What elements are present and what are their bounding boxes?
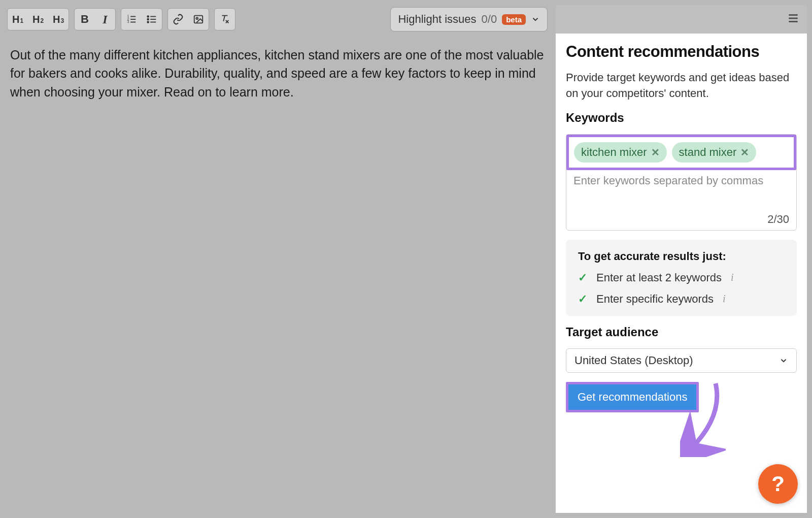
insert-group: [167, 8, 209, 30]
format-group: B I: [74, 8, 116, 30]
info-icon[interactable]: i: [723, 293, 726, 305]
ordered-list-button[interactable]: 1 2 3: [121, 9, 142, 30]
svg-text:3: 3: [127, 20, 129, 23]
heading-2-button[interactable]: H2: [28, 9, 48, 30]
heading-group: H1 H2 H3: [7, 8, 69, 30]
link-icon: [173, 14, 184, 25]
link-button[interactable]: [168, 9, 188, 30]
info-icon[interactable]: i: [731, 272, 734, 283]
tip-item: ✓ Enter specific keywords i: [578, 293, 785, 306]
list-group: 1 2 3: [121, 8, 162, 30]
heading-1-button[interactable]: H1: [8, 9, 28, 30]
keyword-tag-label: stand mixer: [679, 146, 737, 159]
keywords-box: kitchen mixer ✕ stand mixer ✕ Enter keyw…: [566, 134, 797, 231]
tips-title: To get accurate results just:: [578, 250, 785, 263]
panel-title: Content recommendations: [566, 43, 797, 61]
cta-highlight: Get recommendations: [566, 382, 699, 412]
keywords-input-area[interactable]: Enter keywords separated by commas 2/30: [566, 170, 796, 230]
help-label: ?: [771, 472, 785, 496]
keywords-placeholder: Enter keywords separated by commas: [573, 174, 789, 187]
heading-3-button[interactable]: H3: [48, 9, 69, 30]
check-icon: ✓: [578, 271, 587, 284]
editor-column: H1 H2 H3 B I 1 2 3: [0, 0, 556, 518]
italic-button[interactable]: I: [95, 9, 115, 30]
sidebar-column: Content recommendations Provide target k…: [556, 0, 812, 518]
issues-label: Highlight issues: [398, 13, 476, 26]
keywords-heading: Keywords: [566, 111, 797, 125]
target-audience-value: United States (Desktop): [574, 354, 693, 367]
tip-text: Enter at least 2 keywords: [596, 271, 722, 284]
get-recommendations-button[interactable]: Get recommendations: [568, 384, 696, 410]
svg-point-9: [147, 16, 149, 17]
check-icon: ✓: [578, 293, 587, 306]
highlight-issues-dropdown[interactable]: Highlight issues 0/0 beta: [390, 7, 548, 31]
chevron-down-icon: [531, 15, 540, 24]
editor-content[interactable]: Out of the many different kitchen applia…: [5, 34, 550, 513]
unordered-list-button[interactable]: [142, 9, 162, 30]
keyword-tag: kitchen mixer ✕: [574, 142, 667, 163]
menu-button[interactable]: [787, 12, 800, 27]
svg-point-11: [147, 21, 149, 23]
keyword-tag: stand mixer ✕: [672, 142, 757, 163]
tip-text: Enter specific keywords: [596, 293, 714, 306]
paragraph: Out of the many different kitchen applia…: [10, 46, 545, 101]
recommendations-panel: Content recommendations Provide target k…: [556, 34, 807, 513]
keyword-tag-label: kitchen mixer: [581, 146, 647, 159]
sidebar-header: [556, 5, 807, 34]
clear-format-button[interactable]: [215, 9, 235, 30]
editor-toolbar: H1 H2 H3 B I 1 2 3: [5, 5, 550, 34]
remove-keyword-button[interactable]: ✕: [651, 146, 660, 158]
svg-point-10: [147, 19, 149, 20]
target-audience-heading: Target audience: [566, 325, 797, 339]
clear-group: [214, 8, 235, 30]
image-button[interactable]: [188, 9, 209, 30]
tip-item: ✓ Enter at least 2 keywords i: [578, 271, 785, 284]
unordered-list-icon: [146, 14, 157, 25]
clear-format-icon: [219, 14, 230, 25]
target-audience-select[interactable]: United States (Desktop): [566, 348, 797, 373]
issues-count: 0/0: [482, 13, 497, 26]
ordered-list-icon: 1 2 3: [126, 14, 137, 25]
chevron-down-icon: [779, 356, 788, 365]
tips-box: To get accurate results just: ✓ Enter at…: [566, 240, 797, 316]
svg-point-13: [196, 17, 198, 19]
panel-description: Provide target keywords and get ideas ba…: [566, 70, 797, 102]
remove-keyword-button[interactable]: ✕: [740, 146, 749, 158]
keywords-tags: kitchen mixer ✕ stand mixer ✕: [566, 135, 796, 170]
keywords-counter: 2/30: [767, 213, 789, 226]
bold-button[interactable]: B: [75, 9, 95, 30]
hamburger-icon: [787, 12, 800, 25]
beta-badge: beta: [502, 14, 526, 25]
help-button[interactable]: ?: [758, 464, 798, 504]
image-icon: [193, 14, 204, 25]
